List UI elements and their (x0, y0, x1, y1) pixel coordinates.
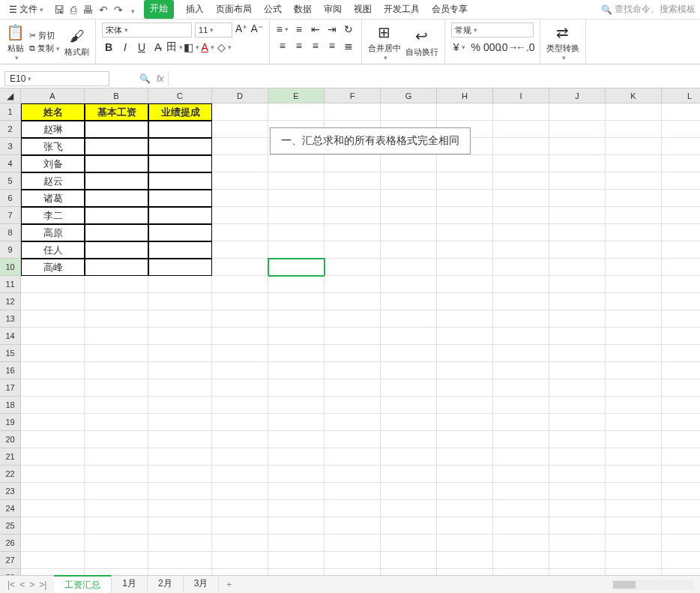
cell-G14[interactable] (381, 328, 437, 345)
cell-E1[interactable] (268, 103, 325, 121)
cell-H14[interactable] (437, 328, 493, 345)
row-header-21[interactable]: 21 (0, 448, 21, 466)
cell-B7[interactable] (85, 207, 148, 224)
cell-J21[interactable] (549, 448, 606, 466)
comma-button[interactable]: 000 (486, 40, 499, 54)
cell-C4[interactable] (148, 155, 212, 172)
cell-L1[interactable] (662, 103, 700, 121)
cell-E26[interactable] (268, 535, 325, 552)
cell-J6[interactable] (549, 190, 606, 207)
cell-I4[interactable] (493, 155, 549, 172)
cell-D22[interactable] (212, 466, 268, 483)
row-header-26[interactable]: 26 (0, 535, 21, 552)
tab-member[interactable]: 会员专享 (432, 0, 468, 19)
cell-L7[interactable] (662, 207, 700, 224)
clear-format-button[interactable]: ◇ (217, 40, 231, 54)
cell-G8[interactable] (381, 224, 437, 241)
cell-C1[interactable]: 业绩提成 (148, 103, 212, 121)
cell-F7[interactable] (325, 207, 381, 224)
align-middle-button[interactable]: ≡ (292, 22, 306, 36)
cell-G9[interactable] (381, 241, 437, 259)
cell-K10[interactable] (606, 259, 662, 276)
cell-H24[interactable] (437, 500, 493, 517)
cell-K8[interactable] (606, 224, 662, 241)
number-format-select[interactable]: 常规 (451, 22, 534, 37)
wrap-button[interactable]: ↩自动换行 (405, 25, 438, 58)
cell-H4[interactable] (437, 155, 493, 172)
cell-C22[interactable] (148, 466, 212, 483)
cell-D23[interactable] (212, 483, 268, 500)
cell-J3[interactable] (549, 138, 606, 155)
cell-D16[interactable] (212, 362, 268, 379)
cell-D21[interactable] (212, 448, 268, 466)
increase-decimal-button[interactable]: .0→ (502, 40, 516, 54)
col-header-A[interactable]: A (21, 88, 85, 103)
cell-G23[interactable] (381, 483, 437, 500)
col-header-C[interactable]: C (148, 88, 212, 103)
cell-F19[interactable] (325, 414, 381, 431)
name-box[interactable]: E10 (4, 71, 109, 86)
col-header-H[interactable]: H (437, 88, 493, 103)
cell-G10[interactable] (381, 259, 437, 276)
cell-J27[interactable] (549, 552, 606, 569)
cell-B3[interactable] (85, 138, 148, 155)
cell-C17[interactable] (148, 379, 212, 397)
cell-D12[interactable] (212, 293, 268, 310)
cell-A13[interactable] (21, 310, 85, 328)
cell-H7[interactable] (437, 207, 493, 224)
cell-I17[interactable] (493, 379, 549, 397)
col-header-J[interactable]: J (549, 88, 606, 103)
cell-E16[interactable] (268, 362, 325, 379)
cell-B18[interactable] (85, 397, 148, 414)
cell-C26[interactable] (148, 535, 212, 552)
cell-B12[interactable] (85, 293, 148, 310)
row-header-11[interactable]: 11 (0, 276, 21, 293)
cell-E6[interactable] (268, 190, 325, 207)
cell-E20[interactable] (268, 431, 325, 448)
cell-B4[interactable] (85, 155, 148, 172)
cell-B9[interactable] (85, 241, 148, 259)
cell-K26[interactable] (606, 535, 662, 552)
cell-A22[interactable] (21, 466, 85, 483)
cell-C5[interactable] (148, 172, 212, 190)
col-header-E[interactable]: E (268, 88, 325, 103)
cell-K2[interactable] (606, 121, 662, 138)
cell-K3[interactable] (606, 138, 662, 155)
cell-B15[interactable] (85, 345, 148, 362)
currency-button[interactable]: ¥ (453, 40, 466, 54)
cell-L6[interactable] (662, 190, 700, 207)
cell-H8[interactable] (437, 224, 493, 241)
cell-I22[interactable] (493, 466, 549, 483)
decrease-decimal-button[interactable]: ←.0 (519, 40, 532, 54)
increase-indent-button[interactable]: ⇥ (325, 22, 339, 36)
tab-layout[interactable]: 页面布局 (216, 0, 252, 19)
cell-C13[interactable] (148, 310, 212, 328)
cell-I26[interactable] (493, 535, 549, 552)
cell-B5[interactable] (85, 172, 148, 190)
cell-D10[interactable] (212, 259, 268, 276)
row-header-19[interactable]: 19 (0, 414, 21, 431)
cell-I13[interactable] (493, 310, 549, 328)
cell-F23[interactable] (325, 483, 381, 500)
cell-C3[interactable] (148, 138, 212, 155)
cell-F12[interactable] (325, 293, 381, 310)
cell-J19[interactable] (549, 414, 606, 431)
cell-A18[interactable] (21, 397, 85, 414)
cell-A4[interactable]: 刘备 (21, 155, 85, 172)
fill-color-button[interactable]: ◧ (184, 40, 198, 54)
cell-F6[interactable] (325, 190, 381, 207)
cell-H10[interactable] (437, 259, 493, 276)
row-header-25[interactable]: 25 (0, 517, 21, 535)
row-header-27[interactable]: 27 (0, 552, 21, 569)
cell-E17[interactable] (268, 379, 325, 397)
cell-H1[interactable] (437, 103, 493, 121)
cell-G22[interactable] (381, 466, 437, 483)
cell-I5[interactable] (493, 172, 549, 190)
cell-A3[interactable]: 张飞 (21, 138, 85, 155)
row-header-13[interactable]: 13 (0, 310, 21, 328)
cell-I24[interactable] (493, 500, 549, 517)
cell-G5[interactable] (381, 172, 437, 190)
cell-L17[interactable] (662, 379, 700, 397)
cell-H6[interactable] (437, 190, 493, 207)
cell-A8[interactable]: 高原 (21, 224, 85, 241)
